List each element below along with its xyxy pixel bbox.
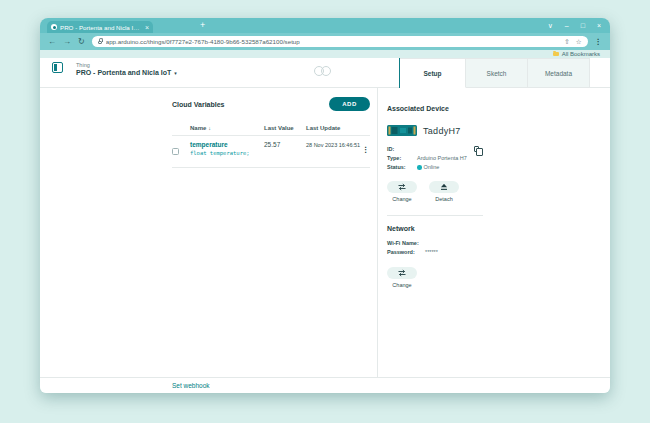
page-content: Thing PRO - Portenta and Nicla IoT ▾ Set… — [40, 58, 610, 393]
sidebar-toggle-icon[interactable] — [52, 62, 63, 73]
main-area: Cloud Variables ADD Name ↓ Last Value La… — [40, 88, 610, 377]
page-tabs: Setup Sketch Metadata — [399, 58, 590, 88]
wifi-name-label: Wi-Fi Name: — [387, 239, 421, 248]
tab-search-icon[interactable]: ∨ — [548, 19, 553, 32]
device-status-value: Online — [424, 163, 440, 172]
page-footer: Set webhook — [40, 377, 610, 393]
browser-window: PRO - Portenta and Nicla IoT Th × + ∨ – … — [40, 18, 610, 393]
table-row: temperature float temperature; 25.57 28 … — [172, 136, 370, 168]
browser-tab[interactable]: PRO - Portenta and Nicla IoT Th × — [47, 21, 153, 33]
change-device-button[interactable] — [387, 181, 417, 193]
lock-icon — [98, 41, 102, 45]
change-network-label: Change — [392, 282, 411, 288]
network-title: Network — [387, 225, 610, 232]
url-bar[interactable]: app.arduino.cc/things/0f7727e2-767b-4180… — [92, 36, 588, 47]
add-variable-button[interactable]: ADD — [329, 97, 370, 111]
board-image — [387, 124, 417, 137]
share-icon[interactable]: ⇧ — [564, 37, 569, 47]
variable-declaration: float temperature; — [190, 150, 264, 156]
browser-titlebar: PRO - Portenta and Nicla IoT Th × + ∨ – … — [40, 18, 610, 33]
window-controls: ∨ – □ × — [548, 19, 601, 32]
new-tab-button[interactable]: + — [200, 20, 205, 31]
url-text[interactable]: app.arduino.cc/things/0f7727e2-767b-4180… — [106, 38, 300, 45]
thing-name-dropdown[interactable]: PRO - Portenta and Nicla IoT ▾ — [76, 69, 177, 76]
column-last-value: Last Value — [264, 125, 306, 131]
tab-setup[interactable]: Setup — [400, 58, 466, 88]
close-tab-icon[interactable]: × — [145, 24, 149, 31]
close-window-button[interactable]: × — [597, 19, 601, 32]
cloud-variables-panel: Cloud Variables ADD Name ↓ Last Value La… — [40, 88, 378, 377]
minimize-button[interactable]: – — [565, 19, 569, 32]
bookmarks-folder-icon[interactable] — [553, 52, 559, 57]
device-id-label: ID: — [387, 145, 413, 154]
detach-device-label: Detach — [435, 196, 452, 202]
swap-icon — [397, 183, 407, 191]
variable-last-value: 25.57 — [264, 141, 306, 148]
arduino-favicon-icon — [51, 24, 57, 30]
variable-name-link[interactable]: temperature — [190, 141, 264, 148]
swap-icon — [397, 269, 407, 277]
row-menu-icon[interactable]: ⋮ — [362, 146, 370, 154]
password-value: ****** — [425, 248, 438, 257]
back-icon[interactable]: ← — [48, 38, 56, 46]
variable-last-update: 28 Nov 2023 16:46:51 — [306, 141, 362, 148]
tab-title: PRO - Portenta and Nicla IoT Th — [60, 24, 142, 31]
change-network-button[interactable] — [387, 267, 417, 279]
section-divider — [387, 215, 483, 216]
network-fields: Wi-Fi Name: Password: ****** — [387, 239, 479, 257]
cloud-variables-title: Cloud Variables — [172, 101, 225, 108]
bookmark-star-icon[interactable]: ☆ — [576, 37, 582, 47]
sort-arrow-icon[interactable]: ↓ — [208, 125, 211, 131]
forward-icon[interactable]: → — [63, 38, 71, 46]
thing-name: PRO - Portenta and Nicla IoT — [76, 69, 171, 76]
device-type-value: Arduino Portenta H7 — [417, 154, 467, 163]
copy-icon[interactable] — [474, 146, 479, 152]
urlbar-actions: ⇧ ☆ — [564, 37, 581, 47]
change-device-label: Change — [392, 196, 411, 202]
online-status-icon — [417, 165, 422, 170]
device-panel: Associated Device TaddyH7 ID: — [378, 88, 610, 377]
device-actions: Change Detach — [387, 181, 610, 202]
arduino-logo-icon — [314, 66, 331, 76]
column-name[interactable]: Name — [190, 125, 206, 131]
device-name: TaddyH7 — [423, 126, 461, 136]
breadcrumb: Thing PRO - Portenta and Nicla IoT ▾ — [76, 62, 177, 76]
maximize-button[interactable]: □ — [581, 19, 585, 32]
device-row: TaddyH7 — [387, 124, 610, 137]
table-header-row: Name ↓ Last Value Last Update — [172, 121, 370, 136]
bookmarks-bar: All Bookmarks — [40, 50, 610, 58]
variables-table: Name ↓ Last Value Last Update temperatur… — [172, 121, 370, 168]
app-header: Thing PRO - Portenta and Nicla IoT ▾ Set… — [40, 58, 610, 88]
all-bookmarks-label[interactable]: All Bookmarks — [562, 51, 600, 57]
reload-icon[interactable]: ↻ — [78, 38, 85, 46]
breadcrumb-label: Thing — [76, 62, 177, 68]
tab-metadata[interactable]: Metadata — [528, 58, 590, 88]
browser-toolbar: ← → ↻ app.arduino.cc/things/0f7727e2-767… — [40, 33, 610, 50]
associated-device-title: Associated Device — [387, 105, 449, 112]
browser-menu-icon[interactable]: ⋮ — [595, 37, 603, 46]
password-label: Password: — [387, 248, 421, 257]
device-status-label: Status: — [387, 163, 413, 172]
device-fields: ID: Type: Arduino Portenta H7 Status: On… — [387, 145, 479, 172]
chevron-down-icon: ▾ — [174, 70, 177, 76]
column-last-update: Last Update — [306, 125, 362, 131]
detach-icon — [439, 183, 449, 191]
detach-device-button[interactable] — [429, 181, 459, 193]
network-actions: Change — [387, 267, 610, 288]
row-checkbox[interactable] — [172, 148, 179, 155]
set-webhook-link[interactable]: Set webhook — [172, 382, 210, 389]
device-type-label: Type: — [387, 154, 413, 163]
tab-sketch[interactable]: Sketch — [466, 58, 528, 88]
